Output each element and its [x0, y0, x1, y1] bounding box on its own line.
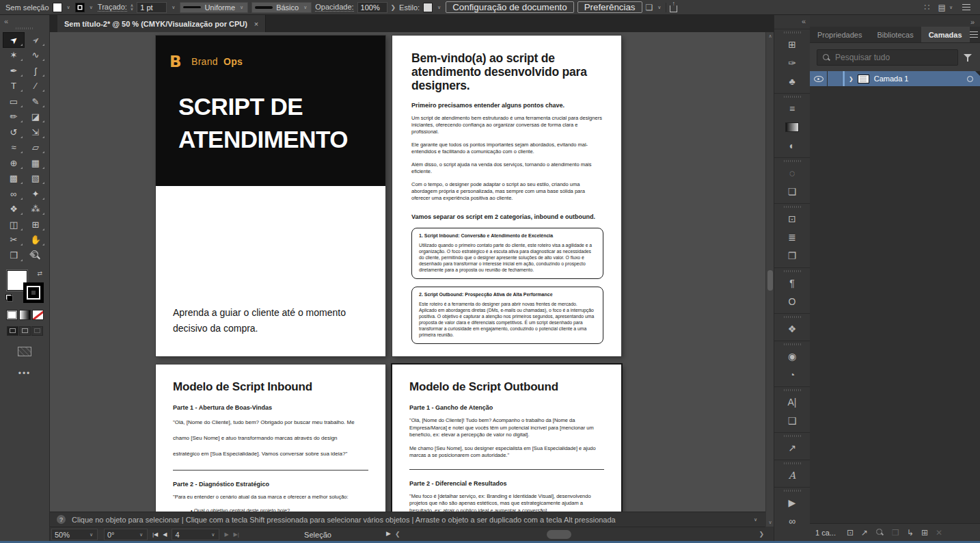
asset-export-panel-icon[interactable]: ❖	[774, 313, 811, 338]
scale-tool[interactable]: ⇲	[25, 124, 46, 140]
expand-dock-icon[interactable]	[802, 14, 806, 27]
workspace-switcher-icon[interactable]	[938, 3, 946, 12]
artboard-3-inbound[interactable]: Modelo de Script Inbound Parte 1 - Abert…	[156, 365, 385, 512]
expand-layer-icon[interactable]: ❯	[845, 76, 858, 82]
appearance-panel-icon[interactable]: ◌	[774, 157, 811, 182]
layer-thumbnail[interactable]	[858, 75, 869, 83]
vertical-scrollbar[interactable]: ∧ ∨	[765, 32, 774, 527]
column-graph-tool[interactable]: ◫	[3, 217, 25, 233]
chevron-down-icon[interactable]	[88, 5, 94, 10]
selection-tool[interactable]: ➤	[3, 32, 25, 48]
opentype-panel-icon[interactable]: O	[774, 292, 811, 310]
curvature-tool[interactable]: ʃ	[25, 63, 46, 79]
stroke-width-stepper[interactable]: ∧∨	[131, 4, 133, 11]
status-expand-icon[interactable]: ▶	[386, 530, 391, 537]
layer-row-camada-1[interactable]: ❯ Camada 1	[810, 71, 980, 86]
fill-color-swatch[interactable]	[53, 3, 62, 12]
delete-layer-icon[interactable]: ✕	[936, 528, 942, 538]
opacity-field[interactable]: 100%	[357, 2, 387, 13]
swap-fill-stroke-icon[interactable]: ⇄	[37, 270, 42, 277]
help-icon[interactable]	[57, 515, 66, 524]
none-button[interactable]	[32, 310, 44, 320]
chevron-down-icon[interactable]	[436, 5, 442, 10]
default-colors-icon[interactable]	[5, 294, 13, 302]
perspective-grid-tool[interactable]: ▦	[25, 155, 46, 171]
zoom-tool[interactable]	[25, 248, 46, 263]
share-document-icon[interactable]	[670, 5, 677, 12]
print-tiling-tool[interactable]: ❒	[3, 248, 25, 263]
width-profile-select[interactable]: Uniforme	[180, 2, 248, 13]
color-guide-panel-icon[interactable]: ◔	[774, 365, 811, 384]
type-tool[interactable]: T	[3, 79, 25, 94]
search-layers-icon[interactable]	[875, 528, 884, 537]
collect-for-export-icon[interactable]: ↗	[861, 528, 868, 538]
width-tool[interactable]: ≈	[3, 140, 25, 156]
draw-behind-button[interactable]	[19, 326, 31, 336]
shape-builder-tool[interactable]: ⊕	[3, 155, 25, 171]
artboard-tool[interactable]: ⊞	[25, 217, 46, 233]
pathfinder-panel-icon[interactable]: ❐	[774, 246, 811, 265]
fill-stroke-control[interactable]: ⇄	[5, 270, 44, 303]
clipping-mask-icon[interactable]: ❒	[892, 528, 899, 538]
layer-target-icon[interactable]	[967, 76, 973, 82]
artboard-number-select[interactable]: 4	[172, 529, 219, 540]
gradient-button[interactable]	[19, 310, 31, 320]
close-tab-icon[interactable]: ×	[254, 20, 258, 28]
glyphs-panel-icon[interactable]: A	[774, 460, 811, 484]
panel-menu-icon[interactable]	[970, 31, 978, 38]
filter-icon[interactable]	[964, 53, 973, 62]
new-sublayer-icon[interactable]: ↳	[907, 528, 914, 538]
menu-icon[interactable]	[962, 4, 970, 10]
hand-tool[interactable]: ✋	[25, 233, 46, 248]
current-tool-status[interactable]: Seleção	[246, 527, 390, 542]
last-artboard-icon[interactable]: ▶|	[234, 531, 239, 538]
chevron-down-icon[interactable]	[656, 5, 662, 10]
character-panel-icon[interactable]: A|	[774, 386, 811, 411]
color-panel-icon[interactable]: ◉	[774, 341, 811, 365]
stroke-color-box[interactable]	[23, 282, 44, 303]
stroke-label[interactable]: Traçado:	[98, 3, 127, 12]
chevron-down-icon[interactable]	[752, 517, 759, 522]
shaper-tool[interactable]: ✏	[3, 109, 25, 125]
tab-camadas[interactable]: Camadas	[921, 27, 970, 42]
opacity-label[interactable]: Opacidade:	[315, 3, 353, 12]
rectangle-tool[interactable]: ▭	[3, 94, 25, 109]
tools-gripper[interactable]	[16, 27, 33, 29]
pen-tool[interactable]: ✒	[3, 63, 25, 79]
preferences-button[interactable]: Preferências	[577, 1, 642, 13]
collapse-tools-icon[interactable]	[4, 14, 8, 27]
vertical-scroll-thumb[interactable]	[767, 270, 773, 291]
paintbrush-tool[interactable]: ✎	[25, 94, 46, 109]
layer-list[interactable]: ❯ Camada 1	[810, 71, 980, 523]
zoom-level-select[interactable]: 50%	[51, 529, 98, 540]
draw-normal-button[interactable]	[7, 326, 18, 336]
css-properties-panel-icon[interactable]: ❑	[774, 411, 811, 429]
eraser-tool[interactable]: ◪	[25, 109, 46, 125]
actions-panel-icon[interactable]: ▶	[774, 487, 811, 512]
collapse-panels-icon[interactable]	[970, 15, 975, 27]
symbol-sprayer-tool[interactable]: ⁂	[25, 202, 46, 217]
graphic-style-swatch[interactable]	[423, 3, 433, 12]
document-tab[interactable]: Sem título-2* @ 50 % (CMYK/Visualização …	[57, 15, 266, 32]
links-panel-icon[interactable]: ∞	[774, 512, 811, 530]
artboards-panel-icon[interactable]: ⊞	[774, 29, 811, 53]
chevron-down-icon[interactable]	[66, 5, 72, 10]
scroll-left-icon[interactable]: ❮	[395, 531, 400, 538]
transparency-panel-icon[interactable]: ◐	[774, 136, 811, 155]
horizontal-scroll-thumb[interactable]	[547, 530, 571, 539]
visibility-toggle[interactable]	[810, 71, 828, 86]
rotation-select[interactable]: 0°	[104, 529, 148, 540]
layer-name[interactable]: Camada 1	[874, 75, 909, 83]
stroke-color-swatch[interactable]	[75, 3, 85, 12]
symbols-tool[interactable]: ❖	[3, 202, 25, 217]
chevron-down-icon[interactable]	[170, 5, 176, 10]
previous-artboard-icon[interactable]: ◀	[163, 531, 167, 538]
line-segment-tool[interactable]: ∕	[25, 79, 46, 94]
blend-tool[interactable]: ∞	[3, 186, 25, 202]
direct-selection-tool[interactable]: ➢	[25, 32, 46, 48]
stroke-width-field[interactable]: 1 pt	[137, 2, 167, 13]
arrange-documents-icon[interactable]	[646, 3, 653, 12]
mesh-tool[interactable]: ▩	[3, 171, 25, 187]
lock-column[interactable]	[828, 71, 843, 86]
graphic-styles-panel-icon[interactable]: ❏	[774, 182, 811, 200]
